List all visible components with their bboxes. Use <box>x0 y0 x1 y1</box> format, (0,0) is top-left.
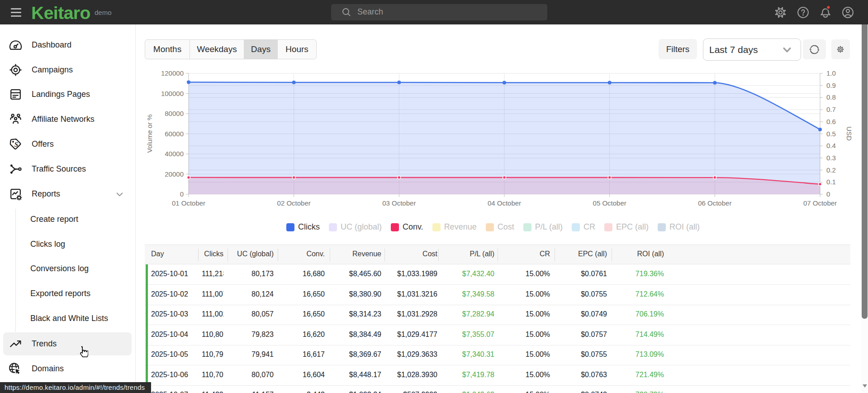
svg-text:S: S <box>14 141 18 148</box>
svg-text:0.7: 0.7 <box>826 105 836 113</box>
svg-text:0.9: 0.9 <box>826 81 836 89</box>
svg-text:01 October: 01 October <box>172 199 205 207</box>
svg-text:40000: 40000 <box>165 150 184 158</box>
svg-text:USD: USD <box>845 126 853 141</box>
svg-text:0.8: 0.8 <box>826 93 836 101</box>
svg-text:120000: 120000 <box>161 69 184 77</box>
svg-text:60000: 60000 <box>165 130 184 138</box>
svg-text:03 October: 03 October <box>382 199 416 207</box>
svg-text:1.0: 1.0 <box>826 69 836 77</box>
svg-text:100000: 100000 <box>161 90 184 97</box>
svg-text:05 October: 05 October <box>593 199 626 207</box>
svg-text:0.3: 0.3 <box>826 154 836 162</box>
svg-text:0.4: 0.4 <box>826 142 836 149</box>
svg-text:0: 0 <box>826 190 830 198</box>
svg-text:0.5: 0.5 <box>826 130 836 138</box>
svg-text:20000: 20000 <box>165 170 184 178</box>
svg-text:0.2: 0.2 <box>826 166 836 174</box>
svg-text:0.1: 0.1 <box>826 178 836 186</box>
svg-text:02 October: 02 October <box>277 199 311 207</box>
svg-text:0.6: 0.6 <box>826 118 836 125</box>
svg-text:0: 0 <box>180 190 184 198</box>
svg-text:Volume or %: Volume or % <box>146 114 153 153</box>
svg-text:06 October: 06 October <box>698 199 731 207</box>
svg-text:80000: 80000 <box>165 110 184 117</box>
svg-text:07 October: 07 October <box>803 199 837 207</box>
svg-text:04 October: 04 October <box>488 199 521 207</box>
